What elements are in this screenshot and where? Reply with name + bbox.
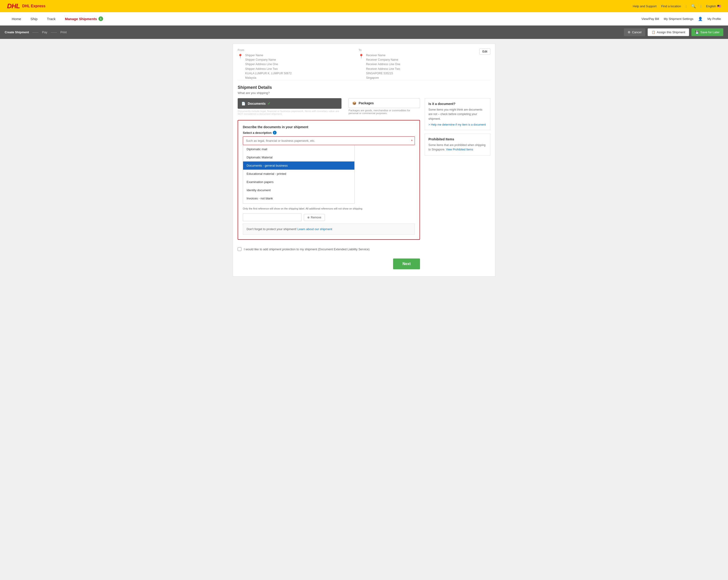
packages-type-card[interactable]: 📦 Packages Packages are goods, merchandi… xyxy=(348,98,420,115)
help-determine-link[interactable]: > Help me determine if my item is a docu… xyxy=(428,123,487,126)
manage-shipments-label: Manage Shipments xyxy=(65,17,97,21)
nav-home[interactable]: Home xyxy=(7,12,26,25)
header: DHL DHL Express Help and Support Find a … xyxy=(0,0,728,12)
is-document-text: Some items you might think are documents… xyxy=(428,108,487,121)
packages-card-inner: 📦 Packages xyxy=(348,98,420,108)
from-address-block: 📍 Shipper Name Shipper Company Name Ship… xyxy=(238,53,354,80)
manage-shipments-badge: 1 xyxy=(99,17,103,21)
documents-icon: 📄 xyxy=(241,102,245,105)
view-prohibited-link[interactable]: View Prohibited Items xyxy=(446,148,473,151)
documents-type-card[interactable]: 📄 Documents ✓ Documents include legal, f… xyxy=(238,98,341,115)
to-pin-icon: 📍 xyxy=(359,54,364,59)
reference-input[interactable] xyxy=(243,213,302,221)
from-address-text: Shipper Name Shipper Company Name Shippe… xyxy=(245,53,292,80)
remove-reference-button[interactable]: ⊗ Remove xyxy=(304,214,325,221)
remove-label: Remove xyxy=(311,216,321,219)
reference-note: Only the first reference will show on th… xyxy=(243,207,415,210)
language-label: English xyxy=(706,4,716,8)
packages-content: Packages xyxy=(359,101,374,105)
prohibited-items-panel: Prohibited Items Some items that are pro… xyxy=(425,134,490,156)
nav-bar: Home Ship Track Manage Shipments 1 View/… xyxy=(0,12,728,26)
language-selector[interactable]: English 🇲🇾 xyxy=(706,4,721,8)
to-address-text: Receiver Name Receiver Company Name Rece… xyxy=(366,53,400,80)
type-selector: 📄 Documents ✓ Documents include legal, f… xyxy=(238,98,420,115)
steps-right: ⚙ Cancel 📋 Assign this Shipment 💾 Save f… xyxy=(624,28,723,36)
dropdown-item-identity[interactable]: Identity document xyxy=(243,186,355,194)
documents-desc: Documents include legal, financial or bu… xyxy=(238,110,341,115)
prohibited-text: Some items that are prohibited when ship… xyxy=(428,143,487,152)
save-label: Save for Later xyxy=(700,30,720,34)
dropdown-item-educational[interactable]: Educational material - printed xyxy=(243,170,355,178)
insurance-text: Don't forget to protect your shipment! xyxy=(246,227,297,231)
save-icon: 💾 xyxy=(695,30,699,34)
nav-ship[interactable]: Ship xyxy=(26,12,42,25)
main-card: From 📍 Shipper Name Shipper Company Name… xyxy=(233,44,495,276)
user-icon: 👤 xyxy=(698,17,703,21)
is-document-title: Is it a document? xyxy=(428,102,487,106)
my-shipment-settings-link[interactable]: My Shipment Settings xyxy=(664,17,693,21)
step-print: Print xyxy=(60,30,67,34)
is-document-panel: Is it a document? Some items you might t… xyxy=(425,98,490,130)
shipment-protection-checkbox[interactable] xyxy=(238,247,241,251)
assign-icon: 📋 xyxy=(652,30,655,34)
documents-check: ✓ xyxy=(267,101,270,106)
dropdown-item-diplomatic-mail[interactable]: Diplomatic mail xyxy=(243,145,355,153)
shipment-details-subtitle: What are you shipping? xyxy=(238,91,490,95)
select-label: Select a description i xyxy=(243,131,415,134)
from-line4: Shipper Address Line Two xyxy=(245,67,292,71)
shipment-protection-label: I would like to add shipment protection … xyxy=(244,247,370,251)
help-support-link[interactable]: Help and Support xyxy=(633,4,656,8)
cancel-button[interactable]: ⚙ Cancel xyxy=(624,28,645,36)
insurance-section: Don't forget to protect your shipment! L… xyxy=(243,223,415,235)
to-line3: Receiver Address Line One xyxy=(366,62,400,67)
documents-label: Documents xyxy=(248,102,265,105)
dropdown-item-letter[interactable]: Letter, correspondence xyxy=(243,203,355,204)
nav-right: View/Pay Bill My Shipment Settings 👤 My … xyxy=(642,17,721,21)
insurance-link[interactable]: Learn about our shipment xyxy=(297,227,332,231)
from-to-section: From 📍 Shipper Name Shipper Company Name… xyxy=(238,49,490,80)
next-button[interactable]: Next xyxy=(393,259,420,269)
find-location-link[interactable]: Find a location xyxy=(661,4,681,8)
nav-track[interactable]: Track xyxy=(42,12,60,25)
dhl-logo: DHL xyxy=(7,2,20,10)
from-line5: KUALA LUMPUR K. LUMPUR 50672 xyxy=(245,71,292,76)
from-address-col: From 📍 Shipper Name Shipper Company Name… xyxy=(238,49,354,80)
step-dash1: —— xyxy=(32,30,38,34)
from-line1: Shipper Name xyxy=(245,53,292,58)
header-divider: | xyxy=(686,4,686,8)
view-pay-bill-link[interactable]: View/Pay Bill xyxy=(642,17,659,21)
checkbox-row: I would like to add shipment protection … xyxy=(238,244,420,254)
main-layout: 📄 Documents ✓ Documents include legal, f… xyxy=(238,98,490,272)
search-icon[interactable]: 🔍 xyxy=(691,4,696,8)
search-input-wrapper: * xyxy=(243,136,415,145)
dropdown-item-examination[interactable]: Examination papers xyxy=(243,178,355,186)
assign-shipment-button[interactable]: 📋 Assign this Shipment xyxy=(648,28,689,36)
main-left: 📄 Documents ✓ Documents include legal, f… xyxy=(238,98,420,272)
step-pay: Pay xyxy=(42,30,47,34)
save-later-button[interactable]: 💾 Save for Later xyxy=(692,28,723,36)
logo-area: DHL DHL Express xyxy=(7,2,46,10)
from-label: From xyxy=(238,49,354,52)
dropdown-item-invoices[interactable]: Invoices - not blank xyxy=(243,194,355,203)
dropdown-item-diplomatic-material[interactable]: Diplomatic Material xyxy=(243,153,355,161)
cancel-icon: ⚙ xyxy=(628,30,630,34)
edit-address-button[interactable]: Edit xyxy=(479,49,490,55)
info-icon[interactable]: i xyxy=(273,131,277,134)
required-star: * xyxy=(411,139,413,143)
nav-manage-shipments[interactable]: Manage Shipments 1 xyxy=(60,12,108,25)
reference-section: Only the first reference will show on th… xyxy=(243,207,415,221)
description-search-input[interactable] xyxy=(243,136,415,145)
my-profile-link[interactable]: My Profile xyxy=(707,17,721,21)
to-address-block: 📍 Receiver Name Receiver Company Name Re… xyxy=(359,53,475,80)
dropdown-item-documents-general[interactable]: Documents - general business xyxy=(243,161,355,170)
step-create: Create Shipment xyxy=(5,30,29,34)
packages-icon: 📦 xyxy=(352,101,356,105)
next-row: Next xyxy=(238,254,420,272)
dhl-express-label: DHL Express xyxy=(22,4,46,8)
description-dropdown: Diplomatic mail Diplomatic Material Docu… xyxy=(243,145,355,204)
content-wrapper: From 📍 Shipper Name Shipper Company Name… xyxy=(228,39,500,281)
steps-bar: Create Shipment —— Pay —— Print ⚙ Cancel… xyxy=(0,26,728,39)
main-right: Is it a document? Some items you might t… xyxy=(425,98,490,272)
header-right: Help and Support Find a location | 🔍 | E… xyxy=(633,4,721,8)
to-line6: Singapore xyxy=(366,76,400,80)
